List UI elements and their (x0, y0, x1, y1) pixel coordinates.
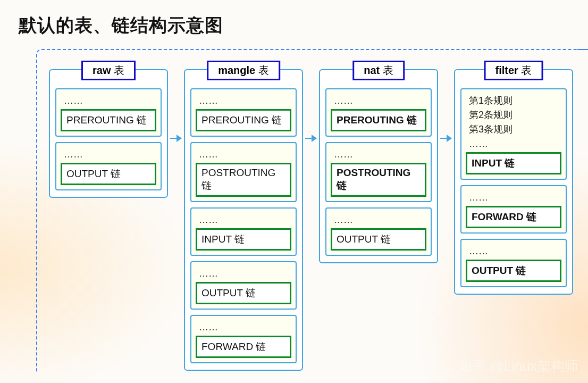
chain-prerouting: PREROUTING 链 (331, 109, 426, 131)
rule-1: 第1条规则 (466, 94, 561, 108)
rule-ellipsis: …… (196, 267, 291, 281)
chain-group: …… FORWARD 链 (190, 315, 297, 363)
chain-postrouting: POSTROUTING 链 (196, 163, 291, 197)
chain-prerouting: PREROUTING 链 (61, 109, 156, 131)
chain-output: OUTPUT 链 (61, 163, 156, 185)
rule-ellipsis: …… (331, 94, 426, 108)
rule-2: 第2条规则 (466, 108, 561, 122)
chain-prerouting: PREROUTING 链 (196, 109, 291, 131)
table-mangle: mangle 表 …… PREROUTING 链 …… POSTROUTING … (184, 69, 303, 371)
page-title: 默认的表、链结构示意图 (19, 13, 223, 38)
chain-input: INPUT 链 (196, 228, 291, 251)
table-nat: nat 表 …… PREROUTING 链 …… POSTROUTING 链 …… (319, 69, 438, 263)
tables-flow: raw 表 …… PREROUTING 链 …… OUTPUT 链 mangle… (49, 69, 573, 371)
rule-ellipsis: …… (196, 147, 291, 162)
rule-ellipsis: …… (331, 213, 426, 227)
arrow-mangle-to-nat (303, 69, 319, 207)
chain-group: …… FORWARD 链 (460, 185, 567, 234)
rule-ellipsis: …… (196, 94, 291, 108)
rule-ellipsis: …… (196, 213, 291, 227)
chain-output: OUTPUT 链 (331, 228, 426, 251)
chain-forward: FORWARD 链 (466, 206, 561, 228)
chain-group: …… OUTPUT 链 (325, 207, 432, 256)
table-filter-label: filter 表 (484, 61, 543, 80)
rule-ellipsis: …… (331, 147, 426, 162)
rule-ellipsis: …… (61, 147, 156, 162)
arrow-nat-to-filter (438, 69, 454, 207)
rule-ellipsis: …… (466, 137, 561, 151)
chain-input: INPUT 链 (466, 152, 561, 174)
table-mangle-label: mangle 表 (207, 61, 280, 80)
arrow-raw-to-mangle (168, 69, 184, 207)
table-raw-label: raw 表 (81, 61, 136, 80)
outer-dashed-border-continuation (577, 49, 588, 52)
chain-output: OUTPUT 链 (466, 260, 561, 282)
rule-3: 第3条规则 (466, 122, 561, 137)
table-raw: raw 表 …… PREROUTING 链 …… OUTPUT 链 (49, 69, 168, 198)
chain-forward: FORWARD 链 (196, 336, 291, 358)
rule-ellipsis: …… (196, 320, 291, 335)
chain-output: OUTPUT 链 (196, 282, 291, 304)
chain-group: …… INPUT 链 (190, 207, 297, 256)
chain-postrouting: POSTROUTING 链 (331, 163, 426, 197)
table-nat-label: nat 表 (352, 61, 405, 80)
chain-group: …… POSTROUTING 链 (190, 142, 297, 202)
chain-group: …… OUTPUT 链 (55, 142, 162, 190)
table-filter: filter 表 第1条规则 第2条规则 第3条规则 …… INPUT 链 ……… (454, 69, 573, 295)
chain-group: …… PREROUTING 链 (55, 88, 162, 137)
rule-ellipsis: …… (466, 190, 561, 205)
chain-group: …… PREROUTING 链 (190, 88, 297, 137)
chain-group: 第1条规则 第2条规则 第3条规则 …… INPUT 链 (460, 88, 567, 180)
chain-group: …… OUTPUT 链 (460, 239, 567, 287)
rule-ellipsis: …… (466, 244, 561, 259)
chain-group: …… OUTPUT 链 (190, 261, 297, 310)
rule-ellipsis: …… (61, 94, 156, 108)
chain-group: …… PREROUTING 链 (325, 88, 432, 137)
chain-group: …… POSTROUTING 链 (325, 142, 432, 202)
